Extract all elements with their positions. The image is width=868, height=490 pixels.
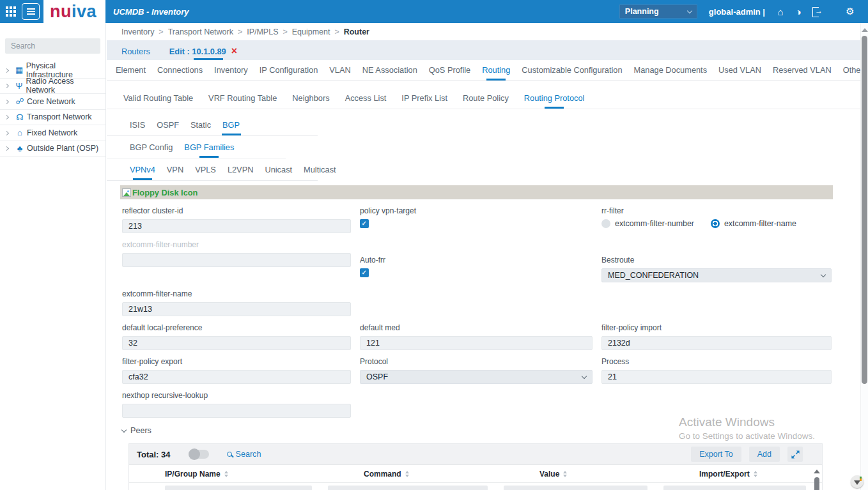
- bgp-family-tab[interactable]: VPNv4: [130, 160, 155, 180]
- bgp-tab[interactable]: BGP Families: [184, 137, 234, 158]
- filter-value[interactable]: Aa: [504, 486, 647, 490]
- reflector-cluster-id-input[interactable]: [122, 219, 351, 233]
- sort-icon[interactable]: [754, 471, 757, 477]
- sidebar-item[interactable]: Ψ Radio Access Network: [0, 79, 105, 95]
- logout-icon[interactable]: [812, 7, 822, 16]
- sidebar-item[interactable]: ▦ Physical Infrastructure: [0, 63, 105, 79]
- main-tab[interactable]: Reserved VLAN: [773, 60, 832, 80]
- routing-tab[interactable]: Neighbors: [292, 88, 329, 109]
- routing-tab[interactable]: VRF Routing Table: [208, 88, 277, 109]
- routing-tab[interactable]: Routing Protocol: [524, 88, 585, 109]
- expand-table-button[interactable]: [787, 447, 803, 462]
- close-tab-icon[interactable]: ×: [231, 45, 237, 56]
- protocol-tab[interactable]: OSPF: [157, 115, 179, 135]
- column-header[interactable]: Value: [504, 470, 663, 479]
- breadcrumb-item[interactable]: IP/MPLS: [247, 27, 292, 36]
- sidebar-item-label: Fixed Network: [27, 128, 77, 137]
- column-header[interactable]: Import/Export: [663, 470, 822, 479]
- protocol-tab[interactable]: Static: [190, 115, 211, 135]
- filter-ip-group-name[interactable]: Aa: [165, 486, 312, 490]
- tab-routers[interactable]: Routers: [121, 43, 150, 60]
- protocol-tab[interactable]: BGP: [222, 115, 240, 135]
- main-tab[interactable]: Customizable Configuration: [522, 60, 622, 80]
- main-tab[interactable]: Inventory: [214, 60, 248, 80]
- protocol-select[interactable]: OSPF: [360, 370, 593, 384]
- search-input[interactable]: [5, 42, 100, 50]
- tray-overlay-icon[interactable]: [851, 475, 864, 488]
- menu-toggle-button[interactable]: [22, 3, 40, 20]
- protocol-tab[interactable]: ISIS: [130, 115, 145, 135]
- bgp-family-tab[interactable]: Multicast: [304, 160, 336, 180]
- filter-command[interactable]: Aa: [328, 486, 488, 490]
- save-button[interactable]: Floppy Disk Icon: [132, 188, 198, 197]
- home-icon[interactable]: ⌂: [771, 6, 789, 17]
- main-tab[interactable]: VLAN: [329, 60, 350, 80]
- peers-section-toggle[interactable]: Peers: [122, 426, 860, 435]
- bestroute-select[interactable]: MED_CONFEDERATION: [601, 268, 832, 282]
- scroll-up-icon[interactable]: [862, 28, 868, 32]
- sidebar-item[interactable]: ⌂ Fixed Network: [0, 125, 105, 141]
- app-launcher-grid-icon[interactable]: [6, 6, 16, 17]
- contrast-icon[interactable]: ◑: [789, 6, 807, 17]
- main-tab[interactable]: Element: [116, 60, 146, 80]
- filter-policy-export-input[interactable]: [122, 370, 351, 384]
- column-header[interactable]: Command: [328, 470, 504, 479]
- column-header[interactable]: IP/Group Name: [129, 470, 328, 479]
- bgp-family-tab[interactable]: VPLS: [195, 160, 216, 180]
- sidebar-item[interactable]: ☊ Transport Network: [0, 110, 105, 126]
- settings-gear-icon[interactable]: ⚙: [841, 6, 859, 17]
- scrollbar-thumb[interactable]: [862, 36, 867, 384]
- sidebar-item[interactable]: ♣ Outside Plant (OSP): [0, 141, 105, 157]
- radio-label: extcomm-filter-number: [615, 219, 694, 228]
- page-scrollbar[interactable]: [860, 23, 868, 490]
- nexthop-recursive-lookup-input[interactable]: [122, 404, 351, 418]
- tab-edit-router[interactable]: Edit : 10.1.0.89×: [169, 43, 237, 60]
- scrollbar-thumb[interactable]: [814, 477, 819, 490]
- main-tab[interactable]: Manage Documents: [634, 60, 708, 80]
- main-tab[interactable]: NE Association: [362, 60, 417, 80]
- mode-select[interactable]: Planning: [619, 4, 697, 19]
- bgp-family-tab[interactable]: VPN: [167, 160, 183, 180]
- default-local-preference-input[interactable]: [122, 336, 351, 350]
- sidebar-search[interactable]: [5, 38, 100, 54]
- default-med-input[interactable]: [360, 336, 593, 350]
- bgp-family-form: reflector cluster-id policy vpn-target r…: [107, 199, 860, 418]
- add-button[interactable]: Add: [749, 447, 780, 462]
- sidebar: ▦ Physical Infrastructure Ψ Radio Access…: [0, 23, 106, 490]
- sort-icon[interactable]: [224, 471, 228, 477]
- main-tab[interactable]: Others Configs: [843, 60, 860, 80]
- routing-tab[interactable]: Route Policy: [463, 88, 509, 109]
- routing-tab[interactable]: Valid Routing Table: [123, 88, 193, 109]
- extcomm-filter-name-input[interactable]: [122, 302, 351, 316]
- breadcrumb-item[interactable]: Transport Network: [168, 27, 247, 36]
- breadcrumb-item[interactable]: Inventory: [121, 27, 168, 36]
- routing-tab[interactable]: IP Prefix List: [401, 88, 447, 109]
- policy-vpn-target-checkbox[interactable]: [360, 219, 369, 228]
- scroll-up-icon[interactable]: [814, 470, 820, 473]
- export-to-button[interactable]: Export To: [691, 447, 741, 462]
- extcomm-filter-number-input[interactable]: [122, 253, 351, 267]
- auto-frr-checkbox[interactable]: [360, 268, 369, 277]
- sidebar-item[interactable]: ☍ Core Network: [0, 94, 105, 110]
- sort-icon[interactable]: [405, 471, 409, 477]
- breadcrumb-item[interactable]: Router: [344, 27, 369, 36]
- table-search-button[interactable]: Search: [227, 450, 261, 459]
- sort-icon[interactable]: [563, 471, 567, 477]
- toggle-switch[interactable]: [189, 450, 209, 459]
- bgp-family-tab[interactable]: L2VPN: [228, 160, 254, 180]
- table-scrollbar[interactable]: [814, 470, 820, 490]
- radio-option[interactable]: extcomm-filter-number: [601, 219, 694, 228]
- radio-option[interactable]: extcomm-filter-name: [711, 219, 796, 228]
- main-tab[interactable]: Used VLAN: [718, 60, 761, 80]
- main-tab[interactable]: Routing: [482, 60, 510, 80]
- routing-tab[interactable]: Access List: [345, 88, 387, 109]
- bgp-tab[interactable]: BGP Config: [130, 137, 173, 158]
- filter-policy-import-input[interactable]: [601, 336, 832, 350]
- main-tab[interactable]: IP Configuration: [260, 60, 318, 80]
- main-tab[interactable]: QoS Profile: [429, 60, 470, 80]
- main-tab[interactable]: Connections: [157, 60, 203, 80]
- breadcrumb-item[interactable]: Equipment: [292, 27, 344, 36]
- filter-import-export[interactable]: Aa: [663, 486, 806, 490]
- process-input[interactable]: [601, 370, 832, 384]
- bgp-family-tab[interactable]: Unicast: [265, 160, 292, 180]
